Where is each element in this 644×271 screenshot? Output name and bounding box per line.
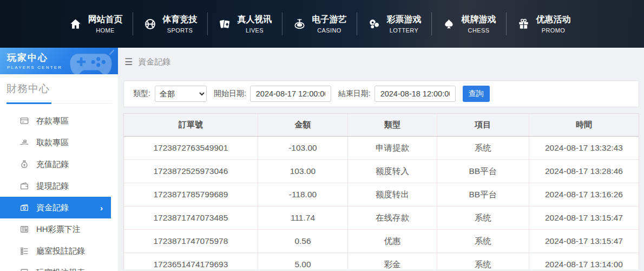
- sidebar-item-5[interactable]: 資金記錄›: [0, 197, 111, 218]
- nav-label-cn: 优惠活动: [536, 14, 571, 25]
- top-navigation-bar: 网站首页HOME体育竞技SPORTS真人视讯LIVES电子游艺CASINO彩票游…: [0, 0, 644, 48]
- sidebar-item-3[interactable]: 充值記錄: [0, 153, 118, 175]
- table-row: 17236514741796935.00彩金系统2024-08-17 13:14…: [124, 253, 639, 270]
- nav-label-en: CHESS: [462, 27, 496, 34]
- table-cell: 在线存款: [348, 207, 437, 230]
- nav-label-en: LIVES: [238, 27, 272, 34]
- nav-label-cn: 真人视讯: [238, 14, 272, 25]
- sidebar-item-2[interactable]: 取款專區: [0, 132, 118, 153]
- nav-label-cn: 棋牌游戏: [462, 14, 496, 25]
- table-header-cell: 時間: [529, 114, 639, 137]
- filter-panel: 類型: 全部 開始日期: 結束日期: 查詢: [123, 80, 639, 107]
- table-cell: 1723871747075978: [124, 230, 258, 253]
- table-cell: 彩金: [348, 253, 437, 270]
- cards-icon: [219, 18, 231, 30]
- nav-label-cn: 网站首页: [88, 14, 123, 25]
- credit-card-icon: [19, 116, 29, 126]
- funds-record-table: 訂單號金額類型項目時間 1723872763549901-103.00申请提款系…: [123, 113, 639, 269]
- start-date-label: 開始日期:: [214, 89, 246, 99]
- sidebar: 玩家中心 PLAYERS CENTER 財務中心 存款專區取款專區充值記錄提現記…: [0, 48, 118, 271]
- report-chart-icon: [19, 268, 29, 271]
- finance-center-section: 財務中心: [6, 82, 111, 104]
- table-cell: -103.00: [258, 137, 347, 160]
- gift-icon: [517, 18, 530, 30]
- nav-item-home[interactable]: 网站首页HOME: [58, 9, 133, 39]
- nav-label-en: HOME: [88, 27, 123, 34]
- hamburger-menu-icon[interactable]: ☰: [124, 57, 133, 67]
- table-cell: 系统: [437, 207, 529, 230]
- table-cell: 1723872525973046: [124, 160, 258, 183]
- sidebar-item-label: 充值記錄: [36, 159, 69, 170]
- end-date-label: 結束日期:: [338, 89, 371, 99]
- table-cell: 5.00: [258, 253, 347, 270]
- table-cell: 103.00: [258, 160, 347, 183]
- sidebar-item-6[interactable]: HH彩票下注: [0, 218, 118, 240]
- home-icon: [69, 18, 82, 30]
- table-row: 1723871785799689-118.00额度转出BB平台2024-08-1…: [124, 183, 639, 207]
- sidebar-item-label: HH彩票下注: [36, 224, 81, 235]
- lottery-balls-icon: [368, 18, 380, 30]
- type-select[interactable]: 全部: [155, 86, 207, 102]
- table-cell: 2024-08-17 13:15:47: [529, 230, 639, 253]
- gamepad-icon: [67, 49, 115, 74]
- table-cell: 申请提款: [348, 137, 437, 160]
- start-date-input[interactable]: [250, 86, 331, 102]
- nav-item-lottery[interactable]: 彩票游戏LOTTERY: [357, 9, 432, 39]
- nav-label-en: CASINO: [312, 27, 347, 34]
- banknotes-icon: [19, 203, 29, 212]
- chevron-right-icon: ›: [100, 203, 103, 212]
- basketball-icon: [144, 18, 156, 30]
- table-cell: 1723871785799689: [124, 183, 258, 207]
- search-button[interactable]: 查詢: [463, 86, 490, 102]
- wallet-icon: [19, 181, 29, 191]
- table-cell: 1723872763549901: [124, 137, 258, 160]
- sidebar-item-label: 資金記錄: [36, 203, 69, 213]
- table-cell: 2024-08-17 13:14:00: [529, 253, 639, 270]
- end-date-input[interactable]: [374, 86, 456, 102]
- table-header-row: 訂單號金額類型項目時間: [124, 114, 639, 137]
- sidebar-item-label: 取款專區: [36, 138, 69, 148]
- table-header-cell: 類型: [348, 114, 437, 137]
- sidebar-item-1[interactable]: 存款專區: [0, 110, 118, 132]
- sidebar-header: 玩家中心 PLAYERS CENTER: [0, 48, 118, 74]
- nav-item-sports[interactable]: 体育竞技SPORTS: [133, 9, 208, 39]
- sidebar-item-label: 提現記錄: [36, 181, 69, 191]
- table-row: 17238717470759780.56优惠系统2024-08-17 13:15…: [124, 230, 639, 253]
- sidebar-item-label: 存款專區: [36, 116, 69, 126]
- table-cell: 111.74: [258, 207, 347, 230]
- table-cell: 系统: [437, 230, 529, 253]
- sidebar-menu: 存款專區取款專區充值記錄提現記錄資金記錄›HH彩票下注廳室投註記錄玩家投注報表: [0, 110, 118, 271]
- nav-item-chess[interactable]: 棋牌游戏CHESS: [432, 9, 507, 39]
- table-cell: 2024-08-17 13:16:26: [529, 183, 639, 207]
- table-cell: 1723871747073485: [124, 207, 258, 230]
- spade-icon: [443, 18, 455, 30]
- sidebar-item-7[interactable]: 廳室投註記錄: [0, 240, 118, 262]
- table-cell: 优惠: [348, 230, 437, 253]
- checklist-icon: [19, 246, 29, 256]
- nav-label-en: PROMO: [536, 27, 571, 34]
- table-row: 1723872763549901-103.00申请提款系统2024-08-17 …: [124, 137, 639, 160]
- table-cell: 2024-08-17 13:15:47: [529, 207, 639, 230]
- sidebar-item-8[interactable]: 玩家投注報表: [0, 262, 118, 271]
- type-label: 類型:: [133, 89, 150, 99]
- nav-item-promo[interactable]: 优惠活动PROMO: [507, 9, 581, 39]
- nav-label-cn: 彩票游戏: [387, 14, 422, 25]
- table-cell: BB平台: [437, 160, 529, 183]
- table-cell: 额度转出: [348, 183, 437, 207]
- table-cell: 系统: [437, 253, 529, 270]
- table-header-cell: 訂單號: [124, 114, 258, 137]
- nav-label-cn: 电子游艺: [312, 14, 347, 25]
- table-cell: 0.56: [258, 230, 347, 253]
- nav-item-casino[interactable]: 电子游艺CASINO: [282, 9, 357, 39]
- table-cell: 2024-08-17 13:28:46: [529, 160, 639, 183]
- breadcrumb: ☰ 資金記錄: [124, 55, 639, 69]
- table-header-cell: 金額: [258, 114, 347, 137]
- finance-center-title: 財務中心: [6, 82, 111, 96]
- sidebar-item-label: 玩家投注報表: [36, 268, 85, 271]
- table-header-cell: 項目: [437, 114, 529, 137]
- nav-label-en: LOTTERY: [387, 27, 422, 34]
- table-row: 1723871747073485111.74在线存款系统2024-08-17 1…: [124, 207, 639, 230]
- nav-item-lives[interactable]: 真人视讯LIVES: [208, 9, 282, 39]
- table-cell: 系统: [437, 137, 529, 160]
- sidebar-item-4[interactable]: 提現記錄: [0, 175, 118, 197]
